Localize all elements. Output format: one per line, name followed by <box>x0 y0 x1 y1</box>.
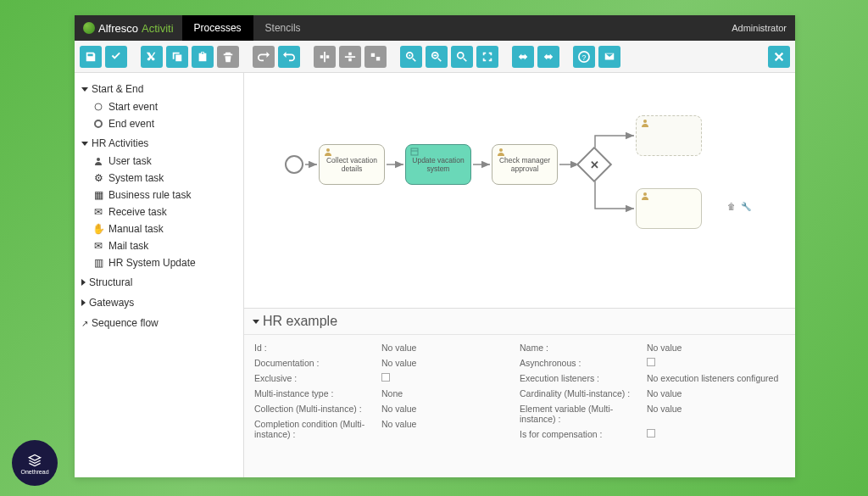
save-button[interactable] <box>80 46 102 68</box>
node-task-collect[interactable]: Collect vacation details <box>319 144 385 185</box>
property-row[interactable]: Documentation :No value <box>254 355 520 371</box>
process-canvas[interactable]: Collect vacation details Update vacation… <box>244 73 795 308</box>
svg-point-6 <box>95 120 102 127</box>
palette-group-hr-activities[interactable]: HR Activities <box>80 134 238 153</box>
property-row[interactable]: Name :No value <box>520 340 785 355</box>
user-menu[interactable]: Administrator <box>723 23 795 33</box>
palette-item-start-event[interactable]: Start event <box>92 98 238 115</box>
close-button[interactable] <box>768 46 790 68</box>
palette-item-user-task[interactable]: User task <box>92 153 238 170</box>
same-size-button[interactable] <box>364 46 387 68</box>
node-gateway-exclusive[interactable]: ✕ <box>576 147 612 182</box>
svg-point-16 <box>643 120 647 123</box>
svg-rect-13 <box>411 148 418 155</box>
toolbar: ? <box>75 41 795 73</box>
svg-point-2 <box>458 52 464 58</box>
bendpoint-add-button[interactable] <box>512 46 534 68</box>
properties-title: HR example <box>263 314 337 329</box>
undo-button[interactable] <box>278 46 300 68</box>
tab-stencils[interactable]: Stencils <box>253 15 313 41</box>
node-user-task-bottom[interactable] <box>636 188 702 229</box>
context-delete-icon[interactable]: 🗑 <box>727 202 736 211</box>
tab-processes[interactable]: Processes <box>182 15 253 41</box>
node-label: Collect vacation details <box>323 156 381 173</box>
palette-group-gateways[interactable]: Gateways <box>80 293 238 312</box>
zoom-in-button[interactable] <box>400 46 422 68</box>
context-wrench-icon[interactable]: 🔧 <box>741 202 751 211</box>
property-row[interactable]: Asynchronous : <box>520 355 785 371</box>
property-row[interactable]: Exclusive : <box>254 371 520 386</box>
svg-point-12 <box>326 148 330 152</box>
context-pad-bottom: 🗑 🔧 <box>727 202 751 211</box>
property-row[interactable]: Multi-instance type :None <box>254 386 520 401</box>
palette-item-manual-task[interactable]: ✋Manual task <box>92 220 238 237</box>
palette-item-system-task[interactable]: ⚙System task <box>92 170 238 187</box>
property-row[interactable]: Collection (Multi-instance) :No value <box>254 401 520 416</box>
svg-text:?: ? <box>582 53 587 61</box>
node-start-event[interactable] <box>285 155 303 174</box>
properties-header[interactable]: HR example <box>244 309 795 335</box>
property-row[interactable]: Execution listeners :No execution listen… <box>520 371 785 386</box>
delete-button[interactable] <box>217 46 239 68</box>
brand-logo: Alfresco Activiti <box>75 22 182 35</box>
zoom-reset-button[interactable] <box>451 46 473 68</box>
palette-group-start-end[interactable]: Start & End <box>80 80 238 98</box>
palette-item-receive-task[interactable]: ✉Receive task <box>92 203 238 220</box>
paste-button[interactable] <box>192 46 214 68</box>
zoom-out-button[interactable] <box>426 46 448 68</box>
properties-panel: HR example Id :No valueDocumentation :No… <box>244 308 795 477</box>
property-row[interactable]: Id :No value <box>254 340 520 355</box>
copy-button[interactable] <box>166 46 188 68</box>
onethread-badge: Onethread <box>12 440 58 486</box>
validate-button[interactable] <box>105 46 127 68</box>
brand-name-1: Alfresco <box>98 22 138 35</box>
topbar: Alfresco Activiti Processes Stencils Adm… <box>75 15 795 41</box>
brand-name-2: Activiti <box>142 22 174 35</box>
palette-item-end-event[interactable]: End event <box>92 115 238 132</box>
svg-point-7 <box>97 158 100 161</box>
node-task-check[interactable]: Check manager approval <box>492 144 558 185</box>
property-row[interactable]: Element variable (Multi-instance) :No va… <box>520 401 785 426</box>
node-user-task-top[interactable] <box>636 115 702 156</box>
svg-point-15 <box>499 148 503 152</box>
property-row[interactable]: Is for compensation : <box>520 426 785 442</box>
palette-item-mail-task[interactable]: ✉Mail task <box>92 237 238 254</box>
feedback-button[interactable] <box>598 46 620 68</box>
svg-point-5 <box>95 103 102 110</box>
node-label: Update vacation system <box>409 156 467 173</box>
align-v-button[interactable] <box>314 46 336 68</box>
property-row[interactable]: Completion condition (Multi-instance) :N… <box>254 416 520 442</box>
svg-point-17 <box>643 192 647 196</box>
palette: Start & End Start event End event HR Act… <box>75 73 244 477</box>
zoom-fit-button[interactable] <box>476 46 498 68</box>
nav-tabs: Processes Stencils <box>182 15 313 41</box>
align-h-button[interactable] <box>339 46 361 68</box>
palette-item-sequence-flow[interactable]: ↗Sequence flow <box>80 314 238 332</box>
palette-item-hr-system-update[interactable]: ▥HR System Update <box>92 254 238 271</box>
bendpoint-remove-button[interactable] <box>537 46 559 68</box>
node-task-update[interactable]: Update vacation system <box>405 144 471 185</box>
palette-item-business-rule-task[interactable]: ▦Business rule task <box>92 187 238 203</box>
brand-orb-icon <box>83 22 95 34</box>
help-button[interactable]: ? <box>573 46 595 68</box>
redo-button[interactable] <box>253 46 275 68</box>
node-label: Check manager approval <box>496 156 554 173</box>
palette-group-structural[interactable]: Structural <box>80 273 238 292</box>
property-row[interactable]: Cardinality (Multi-instance) :No value <box>520 386 785 401</box>
cut-button[interactable] <box>141 46 163 68</box>
